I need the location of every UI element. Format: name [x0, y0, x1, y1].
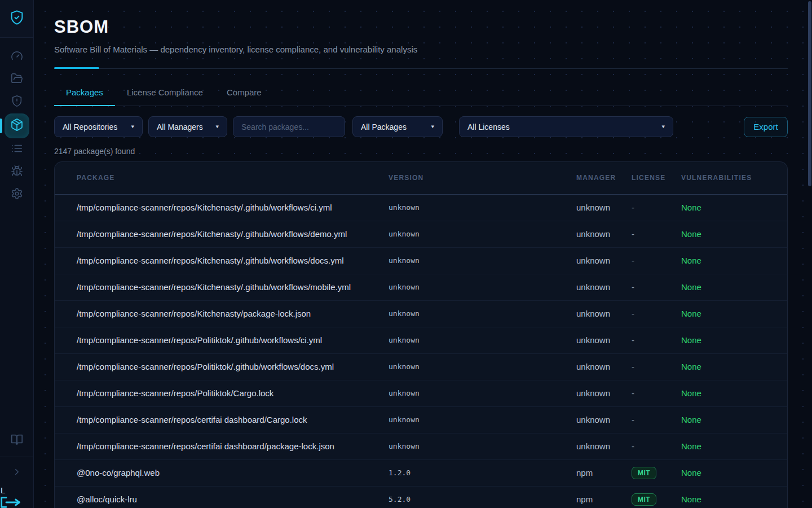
managers-select[interactable]: All Managers ▾ [148, 116, 227, 137]
search-input[interactable] [241, 122, 337, 132]
table-row[interactable]: /tmp/compliance-scanner/repos/Politiktok… [55, 353, 787, 380]
column-header-package: Package [55, 162, 389, 194]
licenses-select-value: All Licenses [467, 122, 510, 132]
table-row[interactable]: /tmp/compliance-scanner/repos/Kitchenast… [55, 247, 787, 274]
column-header-vulnerabilities: Vulnerabilities [681, 162, 787, 194]
license-cell: - [632, 194, 681, 221]
manager-cell: unknown [576, 221, 632, 247]
table-row[interactable]: /tmp/compliance-scanner/repos/certifai d… [55, 433, 787, 459]
chevron-down-icon: ▾ [215, 124, 219, 129]
version-cell: 1.2.0 [389, 459, 576, 486]
title-divider [54, 67, 788, 69]
manager-cell: unknown [576, 194, 632, 221]
vulnerabilities-cell: None [681, 274, 787, 300]
search-box [233, 116, 345, 137]
license-cell: - [632, 300, 681, 327]
sidebar-item-settings[interactable] [6, 183, 28, 206]
sidebar-item-dashboard[interactable] [6, 46, 28, 68]
version-cell: unknown [389, 353, 576, 380]
package-cell: /tmp/compliance-scanner/repos/Kitchenast… [55, 274, 389, 300]
vulnerabilities-cell: None [681, 486, 787, 508]
version-cell: unknown [389, 433, 576, 459]
license-cell: - [632, 353, 681, 380]
repositories-select[interactable]: All Repositories ▾ [54, 116, 143, 137]
manager-cell: npm [576, 486, 632, 508]
app-logo[interactable] [0, 0, 33, 38]
tab-compare[interactable]: Compare [215, 87, 273, 106]
table-row[interactable]: /tmp/compliance-scanner/repos/Politiktok… [55, 380, 787, 406]
license-cell: - [632, 221, 681, 247]
manager-cell: unknown [576, 380, 632, 406]
version-cell: unknown [389, 247, 576, 274]
managers-select-value: All Managers [157, 122, 203, 132]
manager-cell: unknown [576, 433, 632, 459]
package-cell: /tmp/compliance-scanner/repos/Politiktok… [55, 353, 389, 380]
logout-icon [0, 497, 24, 508]
sidebar-nav [0, 38, 33, 206]
package-cell: /tmp/compliance-scanner/repos/certifai d… [55, 433, 389, 459]
shield-alert-icon [11, 95, 23, 110]
table-row[interactable]: /tmp/compliance-scanner/repos/Kitchenast… [55, 194, 787, 221]
license-cell: MIT [632, 459, 681, 486]
sidebar-item-repositories[interactable] [6, 68, 28, 91]
manager-cell: unknown [576, 353, 632, 380]
table-row[interactable]: /tmp/compliance-scanner/repos/certifai d… [55, 406, 787, 433]
chevron-down-icon: ▾ [661, 124, 665, 129]
licenses-select[interactable]: All Licenses ▾ [459, 116, 673, 137]
table-row[interactable]: /tmp/compliance-scanner/repos/Kitchenast… [55, 300, 787, 327]
shield-check-icon [9, 10, 25, 28]
filter-bar: All Repositories ▾ All Managers ▾ All Pa… [54, 116, 788, 137]
main-content: SBOM Software Bill of Materials — depend… [34, 0, 812, 508]
sidebar-item-inventory[interactable] [6, 138, 28, 161]
vulnerabilities-cell: None [681, 327, 787, 353]
manager-cell: npm [576, 459, 632, 486]
vulnerabilities-cell: None [681, 194, 787, 221]
page-scrollbar[interactable] [807, 0, 812, 508]
table-row[interactable]: /tmp/compliance-scanner/repos/Kitchenast… [55, 274, 787, 300]
sidebar-item-compliance[interactable] [6, 91, 28, 113]
package-cell: /tmp/compliance-scanner/repos/Politiktok… [55, 380, 389, 406]
sidebar-collapse-button[interactable] [6, 462, 28, 484]
manager-cell: unknown [576, 247, 632, 274]
sidebar-item-docs[interactable] [6, 430, 28, 452]
divider [0, 457, 34, 457]
license-cell: - [632, 380, 681, 406]
sidebar-item-vulnerabilities[interactable] [6, 161, 28, 183]
vulnerabilities-cell: None [681, 380, 787, 406]
table-header-row: Package Version Manager License Vulnerab… [55, 162, 787, 194]
table-row[interactable]: /tmp/compliance-scanner/repos/Kitchenast… [55, 221, 787, 247]
license-cell: - [632, 406, 681, 433]
table-row[interactable]: @alloc/quick-lru 5.2.0 npm MIT None [55, 486, 787, 508]
tab-packages[interactable]: Packages [54, 87, 115, 106]
vulnerabilities-cell: None [681, 247, 787, 274]
gauge-icon [11, 50, 23, 64]
package-cell: @alloc/quick-lru [55, 486, 389, 508]
packages-select[interactable]: All Packages ▾ [352, 116, 443, 137]
license-cell: - [632, 274, 681, 300]
scrollbar-thumb[interactable] [808, 1, 811, 186]
license-cell: MIT [632, 486, 681, 508]
version-cell: unknown [389, 194, 576, 221]
vulnerabilities-cell: None [681, 353, 787, 380]
column-header-license: License [632, 162, 681, 194]
chevron-down-icon: ▾ [431, 124, 434, 129]
bug-icon [11, 165, 23, 179]
tab-bar: Packages License Compliance Compare [54, 87, 788, 106]
active-indicator [0, 119, 2, 133]
folder-open-icon [11, 72, 23, 87]
list-icon [11, 142, 23, 157]
sidebar [0, 0, 34, 508]
license-badge: MIT [632, 493, 656, 506]
version-cell: unknown [389, 406, 576, 433]
table-row[interactable]: /tmp/compliance-scanner/repos/Politiktok… [55, 327, 787, 353]
sidebar-item-sbom[interactable] [5, 113, 29, 138]
license-badge: MIT [632, 467, 656, 479]
export-button[interactable]: Export [744, 117, 788, 137]
license-cell: - [632, 327, 681, 353]
package-icon [10, 118, 24, 134]
table-row[interactable]: @0no-co/graphql.web 1.2.0 npm MIT None [55, 459, 787, 486]
package-cell: @0no-co/graphql.web [55, 459, 389, 486]
cutoff-logout[interactable]: L [0, 485, 24, 508]
tab-license-compliance[interactable]: License Compliance [115, 87, 215, 106]
package-cell: /tmp/compliance-scanner/repos/Politiktok… [55, 327, 389, 353]
